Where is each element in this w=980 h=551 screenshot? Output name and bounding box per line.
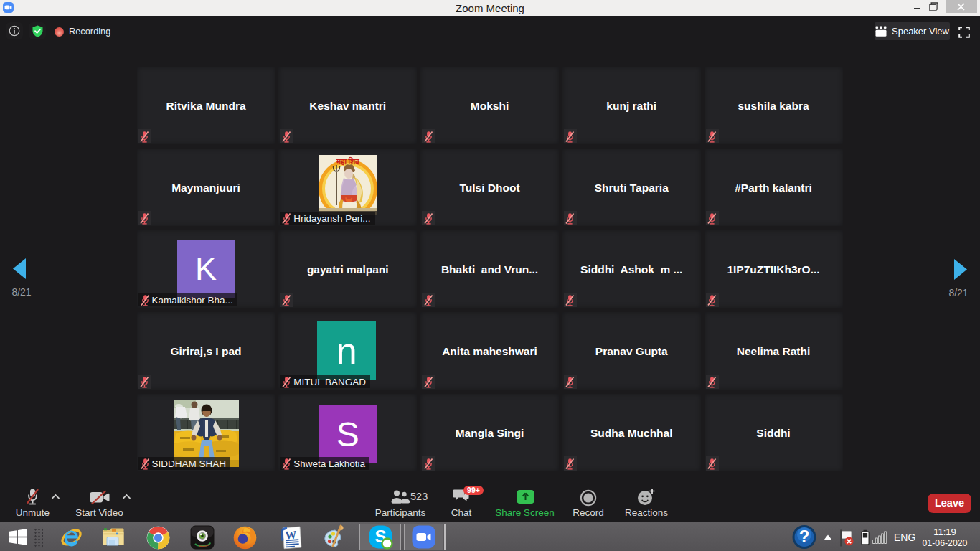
svg-text:महा शिव: महा शिव xyxy=(336,156,359,166)
svg-text:?: ? xyxy=(799,527,810,546)
